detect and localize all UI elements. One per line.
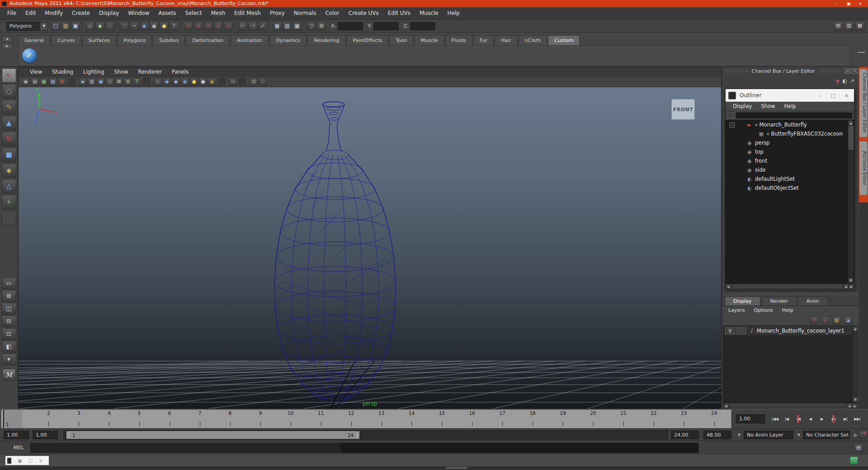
rotate-tool[interactable]: ↻ [2,132,16,146]
tool-settings-toggle[interactable]: ▥ [844,21,854,31]
menu-item[interactable]: File [3,7,21,19]
wireframe-icon[interactable]: ◇ [154,78,162,86]
universal-manipulator-tool[interactable]: ◈ [2,163,16,178]
animation-start-field[interactable]: 1.00 [4,431,29,439]
collapse-toggle[interactable]: − [730,122,735,127]
outliner-item[interactable]: ▦ o ButterflyFBXASC032cocoon [726,129,854,138]
frame-tick[interactable]: 21 [608,410,638,428]
menu-item[interactable]: Edit UVs [383,7,415,19]
save-scene-icon[interactable]: ▣ [71,22,80,31]
create-empty-layer-icon[interactable]: ▤ [832,316,841,324]
select-object-icon[interactable]: ◆ [95,22,104,31]
use-default-lighting-icon[interactable]: ● [190,78,198,86]
frame-tick[interactable]: 4 [94,410,124,428]
select-surfaces-mask-icon[interactable]: ◆ [140,22,149,31]
frame-tick[interactable]: 22 [638,410,669,428]
viewport-menu-item[interactable]: Panels [167,69,193,75]
layout-menu-button[interactable]: ▾ [2,353,16,365]
manip-axis-icon[interactable]: + [835,78,840,84]
shelf-tab[interactable]: Curves [51,35,81,45]
viewport-menu-item[interactable]: Show [109,69,133,75]
resize-handle[interactable] [446,467,467,469]
viewport-menu-item[interactable]: Shading [47,69,78,75]
scroll-right-icon[interactable]: ▶ [849,284,854,289]
select-rendering-mask-icon[interactable]: ● [160,22,169,31]
manip-state-icon[interactable]: ◐ [842,78,847,84]
textured-icon[interactable]: ◉ [181,78,189,86]
snap-to-view-plane-icon[interactable]: ∩ [214,22,223,31]
shelf-menu-button[interactable]: ▶ [2,43,13,49]
outliner-item[interactable]: ◐ defaultObjectSet [726,183,854,193]
shelf-tab[interactable]: Dynamics [269,35,307,45]
menu-item[interactable]: Create [67,7,94,19]
safe-title-icon[interactable]: T [133,78,141,86]
playback-start-field[interactable]: 1.00 [33,431,58,439]
playback-end-field[interactable]: 24.00 [671,431,699,439]
playback-range-bar[interactable]: 1 24 [66,431,359,439]
select-component-icon[interactable]: ∴ [105,22,114,31]
shelf-tab[interactable]: Deformation [186,35,230,45]
layer-editor-tab[interactable]: Anim [798,296,828,306]
bookmarks-icon[interactable]: ▦ [40,78,48,86]
layer-visibility-toggle[interactable]: V [725,327,735,334]
outliner-item[interactable]: ◐ defaultLightSet [726,174,854,183]
resolution-gate-icon[interactable]: ● [97,78,105,86]
minimize-button[interactable]: – [831,1,843,7]
coord-input[interactable] [373,22,399,30]
time-slider-track[interactable]: 123456789101112131415161718192021222324 … [1,409,731,428]
shelf-tab[interactable]: Muscle [414,35,444,45]
layer-editor-tab[interactable]: Display [725,296,760,306]
selection-mode-dropdown[interactable]: Polygons ▼ [6,22,48,31]
xray-icon[interactable]: ▭ [229,78,237,86]
frame-tick[interactable]: 8 [215,410,245,428]
viewport-menu-item[interactable]: View [25,69,47,75]
frame-tick[interactable]: 3 [64,410,94,428]
shelf-tab[interactable]: PaintEffects [347,35,389,45]
select-misc-mask-icon[interactable]: ? [170,22,179,31]
layer-list-scrollbar[interactable]: ▲ ▼ [852,326,858,402]
shelf-tab[interactable]: General [18,35,50,45]
anim-layer-field[interactable]: No Anim Layer [744,431,793,439]
frame-tick[interactable]: 24 [699,410,729,428]
outliner-item[interactable]: ◉ persp [726,138,854,147]
2d-pan-zoom-icon[interactable]: ⊕ [58,78,66,86]
film-gate-icon[interactable]: ▥ [88,78,96,86]
outliner-item[interactable]: − ► o Monarch_Butterfly [726,120,854,129]
tab-attribute-editor[interactable]: Attribute Editor [859,141,868,195]
frame-tick[interactable]: 15 [427,410,457,428]
close-icon[interactable]: × [39,458,42,463]
image-plane-icon[interactable]: ▧ [49,78,57,86]
absolute-transform-icon[interactable]: ⊞ [317,22,326,31]
menu-item[interactable]: Color [321,7,344,19]
layer-editor-menu-item[interactable]: Layers [724,307,749,313]
animation-preferences-icon[interactable] [859,431,867,439]
move-tool[interactable]: ▲ [2,116,16,130]
gate-mask-icon[interactable]: ○ [106,78,114,86]
construction-history-icon[interactable]: ✓ [258,22,267,31]
select-points-mask-icon[interactable]: ∵ [120,22,129,31]
outliner-menu-item[interactable]: Show [756,103,779,109]
menu-item[interactable]: Modify [40,7,67,19]
command-input[interactable] [30,443,341,453]
layer-color-swatch[interactable]: ∕ [748,327,756,334]
shelf-tab[interactable]: Subdivs [153,35,185,45]
frame-tick[interactable]: 17 [487,410,518,428]
step-back-frame-button[interactable]: |◀ [781,414,792,424]
menu-item[interactable]: Create UVs [344,7,383,19]
auto-keyframe-icon[interactable]: o- [854,432,857,437]
go-to-end-button[interactable]: ▶▶| [852,414,863,424]
menu-item[interactable]: Display [94,7,123,19]
scrollbar-thumb[interactable] [849,126,854,150]
menu-item[interactable]: Edit Mesh [230,7,265,19]
select-deformations-mask-icon[interactable]: ◉ [150,22,159,31]
go-to-start-button[interactable]: |◀◀ [769,414,780,424]
shelf-tab[interactable]: nCloth [519,35,547,45]
range-end-handle[interactable] [355,432,359,438]
frame-tick[interactable]: 18 [518,410,548,428]
current-frame-marker[interactable]: 1 [3,410,22,428]
viewport-menu-item[interactable]: Renderer [133,69,167,75]
menu-item[interactable]: Window [123,7,154,19]
scroll-left-icon[interactable]: ◀ [723,403,729,409]
frame-tick[interactable]: 6 [155,410,185,428]
range-slider-track[interactable]: 1 24 [63,430,668,440]
